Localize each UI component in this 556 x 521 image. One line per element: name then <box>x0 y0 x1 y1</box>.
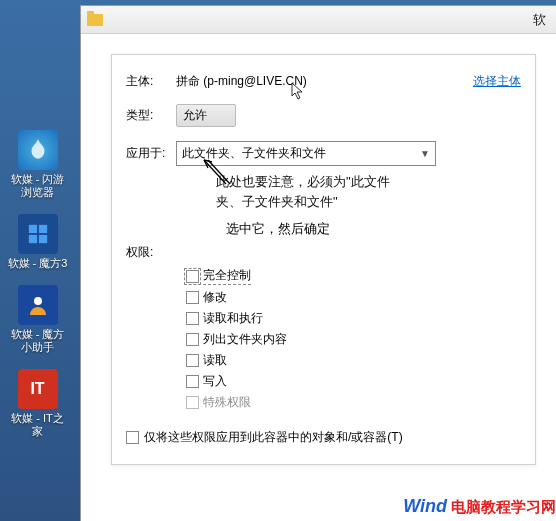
svg-rect-3 <box>38 235 46 243</box>
select-principal-link[interactable]: 选择主体 <box>473 73 521 90</box>
permission-dialog: 主体: 拼命 (p-ming@LIVE.CN) 选择主体 类型: 允许 应用于:… <box>111 54 536 465</box>
desktop-icon-label: 软媒 - 魔方3 <box>8 257 68 270</box>
only-apply-row[interactable]: 仅将这些权限应用到此容器中的对象和/或容器(T) <box>126 429 521 446</box>
perm-write[interactable]: 写入 <box>186 373 521 390</box>
checkbox[interactable] <box>186 354 199 367</box>
flame-icon <box>18 130 58 170</box>
desktop-icon-ithome[interactable]: IT 软媒 - IT之家 <box>8 369 68 438</box>
svg-rect-2 <box>28 235 36 243</box>
desktop-icon-label: 软媒 - 魔方小助手 <box>8 328 68 354</box>
perm-full-control[interactable]: 完全控制 <box>186 267 521 285</box>
chevron-down-icon: ▼ <box>420 148 430 159</box>
checkbox[interactable] <box>186 270 199 283</box>
perm-label: 完全控制 <box>203 267 251 285</box>
checkbox[interactable] <box>186 333 199 346</box>
permissions-label: 权限: <box>126 244 521 261</box>
perm-special: 特殊权限 <box>186 394 521 411</box>
permissions-list: 完全控制 修改 读取和执行 列出文件夹内容 读取 写入 <box>186 267 521 411</box>
checkbox[interactable] <box>186 375 199 388</box>
annotation-text: 此处也要注意，必须为"此文件 夹、子文件夹和文件" <box>216 172 521 212</box>
desktop-icon-label: 软媒 - 闪游浏览器 <box>8 173 68 199</box>
principal-value: 拼命 (p-ming@LIVE.CN) <box>176 73 459 90</box>
annotation2-text: 选中它，然后确定 <box>226 220 521 238</box>
title-bar[interactable]: 软 <box>81 6 556 34</box>
checkbox <box>186 396 199 409</box>
svg-rect-0 <box>28 225 36 233</box>
annotation-line2: 夹、子文件夹和文件" <box>216 194 338 209</box>
desktop-icon-helper[interactable]: 软媒 - 魔方小助手 <box>8 285 68 354</box>
apply-to-label: 应用于: <box>126 145 176 162</box>
folder-icon <box>87 14 103 26</box>
watermark-red: 电脑教程学习网 <box>451 498 556 517</box>
apply-to-row: 应用于: 此文件夹、子文件夹和文件 ▼ <box>126 141 521 166</box>
checkbox[interactable] <box>126 431 139 444</box>
desktop-area: 软媒 - 闪游浏览器 软媒 - 魔方3 软媒 - 魔方小助手 IT 软媒 - I… <box>0 0 75 521</box>
desktop-icon-browser[interactable]: 软媒 - 闪游浏览器 <box>8 130 68 199</box>
perm-label: 特殊权限 <box>203 394 251 411</box>
principal-row: 主体: 拼命 (p-ming@LIVE.CN) 选择主体 <box>126 73 521 90</box>
ithome-icon: IT <box>18 369 58 409</box>
perm-label: 读取 <box>203 352 227 369</box>
watermark-area: Wind 电脑教程学习网 <box>403 496 556 517</box>
principal-label: 主体: <box>126 73 176 90</box>
perm-label: 读取和执行 <box>203 310 263 327</box>
only-apply-label: 仅将这些权限应用到此容器中的对象和/或容器(T) <box>144 429 403 446</box>
perm-modify[interactable]: 修改 <box>186 289 521 306</box>
desktop-icon-label: 软媒 - IT之家 <box>8 412 68 438</box>
checkbox[interactable] <box>186 291 199 304</box>
perm-read-exec[interactable]: 读取和执行 <box>186 310 521 327</box>
perm-label: 列出文件夹内容 <box>203 331 287 348</box>
type-value[interactable]: 允许 <box>176 104 236 127</box>
window-title: 软 <box>109 11 550 29</box>
person-icon <box>18 285 58 325</box>
svg-point-4 <box>34 297 42 305</box>
annotation-line1: 此处也要注意，必须为"此文件 <box>216 174 390 189</box>
svg-rect-1 <box>38 225 46 233</box>
apply-to-select[interactable]: 此文件夹、子文件夹和文件 ▼ <box>176 141 436 166</box>
desktop-icon-mofang[interactable]: 软媒 - 魔方3 <box>8 214 68 270</box>
type-row: 类型: 允许 <box>126 104 521 127</box>
perm-label: 修改 <box>203 289 227 306</box>
explorer-window: 软 主体: 拼命 (p-ming@LIVE.CN) 选择主体 类型: 允许 应用… <box>80 5 556 521</box>
type-label: 类型: <box>126 107 176 124</box>
perm-read[interactable]: 读取 <box>186 352 521 369</box>
grid-icon <box>18 214 58 254</box>
apply-to-value: 此文件夹、子文件夹和文件 <box>182 145 326 162</box>
watermark-wind: Wind <box>403 496 447 517</box>
perm-list-contents[interactable]: 列出文件夹内容 <box>186 331 521 348</box>
checkbox[interactable] <box>186 312 199 325</box>
perm-label: 写入 <box>203 373 227 390</box>
